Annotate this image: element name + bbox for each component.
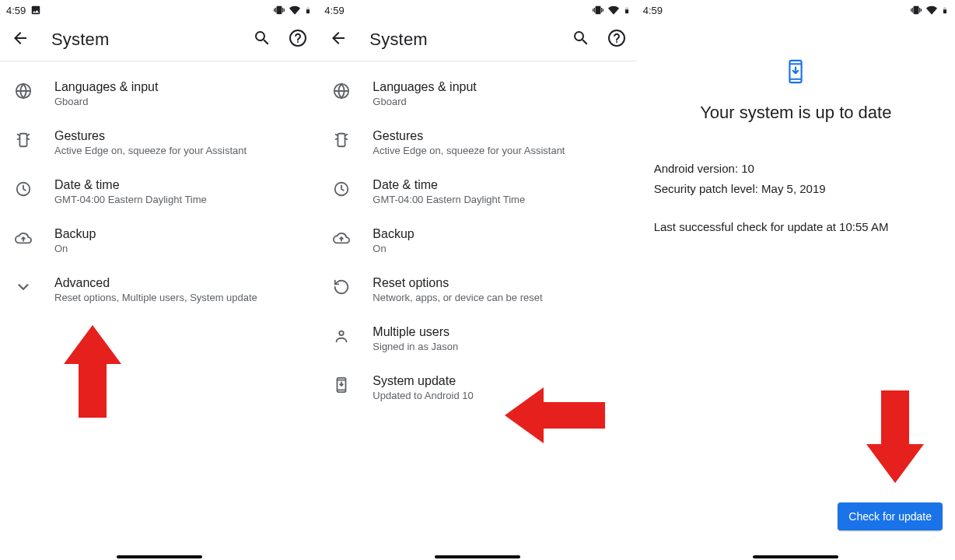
row-label: Languages & input: [54, 80, 158, 94]
svg-rect-3: [19, 134, 26, 147]
row-reset-options[interactable]: Reset optionsNetwork, apps, or device ca…: [318, 265, 636, 314]
row-sub: Gboard: [54, 96, 158, 107]
row-label: Date & time: [54, 178, 207, 192]
row-sub: Active Edge on, squeeze for your Assista…: [54, 145, 247, 156]
page-title: System: [369, 30, 549, 50]
vibrate-icon: [273, 5, 285, 16]
screenshot-panel-2: 4:59 System Languages & inputGboard: [318, 0, 636, 560]
back-icon[interactable]: [11, 29, 30, 51]
row-sub: On: [373, 243, 414, 254]
row-label: Backup: [373, 227, 414, 241]
wifi-icon: [289, 5, 301, 16]
row-label: Gestures: [373, 129, 565, 143]
row-sub: GMT-04:00 Eastern Daylight Time: [54, 194, 207, 205]
row-sub: Reset options, Multiple users, System up…: [54, 292, 257, 303]
page-title: System: [51, 30, 231, 50]
row-gestures[interactable]: GesturesActive Edge on, squeeze for your…: [318, 118, 636, 167]
row-gestures[interactable]: Gestures Active Edge on, squeeze for you…: [0, 118, 318, 167]
topbar: System: [318, 19, 636, 61]
android-version: Android version: 10: [654, 159, 826, 179]
clock-icon: [332, 180, 351, 198]
nav-pill: [117, 555, 202, 558]
topbar: System: [0, 19, 318, 61]
gesture-icon: [332, 131, 351, 149]
row-advanced[interactable]: Advanced Reset options, Multiple users, …: [0, 265, 318, 314]
phone-update-icon: [785, 59, 806, 87]
settings-list: Languages & input Gboard Gestures Active…: [0, 61, 318, 314]
row-sub: Gboard: [373, 96, 476, 107]
wifi-icon: [925, 5, 938, 16]
help-icon[interactable]: [289, 29, 307, 51]
row-sub: Updated to Android 10: [373, 390, 473, 401]
person-icon: [332, 327, 351, 345]
svg-point-1: [297, 41, 299, 43]
svg-point-0: [290, 30, 306, 46]
row-languages-input[interactable]: Languages & inputGboard: [318, 69, 636, 118]
vibrate-icon: [592, 5, 604, 16]
screenshot-panel-1: 4:59 System Lang: [0, 0, 318, 560]
update-title: Your system is up to date: [700, 103, 891, 123]
status-time: 4:59: [643, 5, 663, 16]
wifi-icon: [607, 5, 620, 16]
statusbar: 4:59: [318, 0, 636, 19]
cloud-upload-icon: [332, 229, 351, 247]
svg-point-10: [340, 331, 345, 336]
chevron-down-icon: [14, 278, 33, 296]
nav-pill: [753, 555, 838, 558]
row-languages-input[interactable]: Languages & input Gboard: [0, 69, 318, 118]
globe-icon: [332, 82, 351, 100]
row-label: System update: [373, 374, 473, 388]
svg-point-5: [609, 30, 624, 46]
row-sub: Signed in as Jason: [373, 341, 458, 352]
row-label: Languages & input: [373, 80, 476, 94]
system-update-screen: Your system is up to date Android versio…: [637, 19, 955, 233]
last-check-text: Last successful check for update at 10:5…: [654, 220, 889, 233]
row-label: Multiple users: [373, 325, 458, 339]
row-sub: On: [54, 243, 96, 254]
row-date-time[interactable]: Date & time GMT-04:00 Eastern Daylight T…: [0, 167, 318, 216]
status-time: 4:59: [324, 5, 344, 16]
photo-notification-icon: [30, 5, 41, 16]
battery-icon: [304, 4, 312, 16]
row-backup[interactable]: BackupOn: [318, 216, 636, 265]
back-icon[interactable]: [329, 29, 348, 51]
svg-rect-8: [338, 134, 345, 147]
help-icon[interactable]: [607, 29, 626, 51]
row-sub: Active Edge on, squeeze for your Assista…: [373, 145, 565, 156]
gesture-icon: [14, 131, 33, 149]
settings-list: Languages & inputGboard GesturesActive E…: [318, 61, 636, 412]
phone-update-icon: [332, 376, 351, 394]
check-for-update-button[interactable]: Check for update: [838, 502, 943, 530]
clock-icon: [14, 180, 33, 198]
security-patch-level: Security patch level: May 5, 2019: [654, 179, 826, 199]
vibrate-icon: [910, 5, 922, 16]
search-icon[interactable]: [253, 29, 271, 51]
status-time: 4:59: [6, 5, 26, 16]
row-multiple-users[interactable]: Multiple usersSigned in as Jason: [318, 314, 636, 363]
annotation-arrow-up: [64, 325, 121, 418]
battery-icon: [623, 4, 631, 16]
row-sub: Network, apps, or device can be reset: [373, 292, 542, 303]
row-label: Advanced: [54, 276, 257, 290]
statusbar: 4:59: [0, 0, 318, 19]
svg-point-6: [616, 41, 617, 43]
screenshot-panel-3: 4:59 Your system is up to date Android v…: [637, 0, 955, 560]
row-backup[interactable]: Backup On: [0, 216, 318, 265]
row-label: Date & time: [373, 178, 525, 192]
search-icon[interactable]: [572, 29, 590, 51]
row-label: Reset options: [373, 276, 542, 290]
row-label: Gestures: [54, 129, 247, 143]
battery-icon: [941, 4, 949, 16]
nav-pill: [435, 555, 520, 558]
annotation-arrow-down: [866, 390, 924, 484]
reset-icon: [332, 278, 351, 296]
row-date-time[interactable]: Date & timeGMT-04:00 Eastern Daylight Ti…: [318, 167, 636, 216]
row-label: Backup: [54, 227, 96, 241]
statusbar: 4:59: [637, 0, 955, 19]
row-sub: GMT-04:00 Eastern Daylight Time: [373, 194, 525, 205]
cloud-upload-icon: [14, 229, 33, 247]
annotation-arrow-left: [505, 387, 606, 443]
globe-icon: [14, 82, 33, 100]
